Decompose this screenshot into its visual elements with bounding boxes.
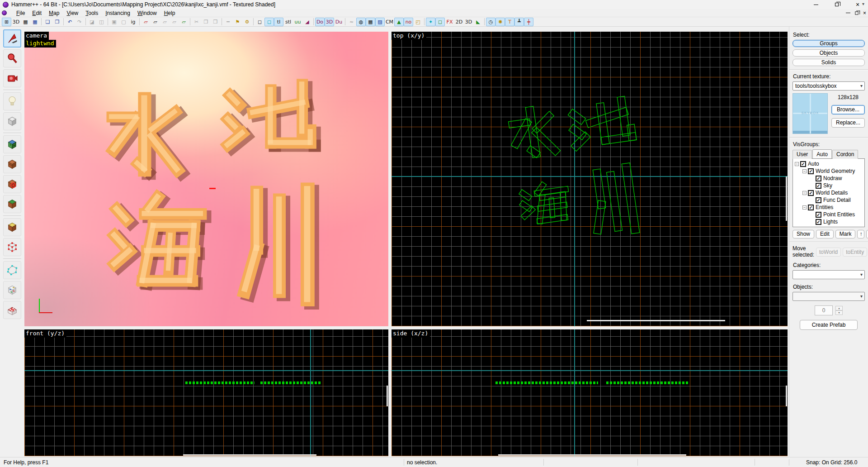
prefab-count-field[interactable]: 0 bbox=[815, 305, 833, 315]
front-hscroll-indicator[interactable] bbox=[183, 454, 316, 456]
visgroups-mark-button[interactable]: Mark bbox=[835, 230, 856, 238]
plumb-bob-button[interactable]: ┻ bbox=[514, 18, 524, 26]
select-groups-button[interactable]: Groups bbox=[793, 40, 865, 47]
cm-toggle-button[interactable]: CM bbox=[385, 18, 394, 26]
to-entity-button[interactable]: toEntity bbox=[843, 248, 867, 257]
grid-toggle-button[interactable]: ⊞ bbox=[2, 18, 11, 26]
texture-dropdown[interactable]: tools/toolsskybox ▾ bbox=[793, 81, 865, 91]
browse-button[interactable]: Browse... bbox=[831, 105, 865, 114]
text-labels-button[interactable]: T bbox=[505, 18, 514, 26]
restore-button[interactable] bbox=[826, 0, 847, 9]
apply-decals-tool-button[interactable] bbox=[3, 175, 21, 193]
top-vscroll-indicator[interactable] bbox=[786, 176, 787, 221]
translucency-toggle-button[interactable]: ◣ bbox=[473, 18, 483, 26]
undo-button[interactable]: ↶ bbox=[65, 18, 75, 26]
light-preview-button[interactable]: ✺ bbox=[495, 18, 505, 26]
run-map-button[interactable]: ⚙ bbox=[242, 18, 252, 26]
menu-file[interactable]: File bbox=[13, 10, 28, 17]
menu-window[interactable]: Window bbox=[134, 10, 160, 17]
carve-button[interactable]: ◪ bbox=[87, 18, 97, 26]
make-hollow-button[interactable]: ◫ bbox=[97, 18, 106, 26]
top-hscroll-indicator[interactable] bbox=[587, 320, 725, 321]
model-render-button[interactable]: ▲ bbox=[394, 18, 404, 26]
visgroup-checkbox[interactable]: ✓ bbox=[816, 197, 821, 203]
visgroups-tab-auto[interactable]: Auto bbox=[812, 149, 832, 158]
tree-collapse-icon[interactable]: − bbox=[802, 191, 807, 195]
visgroup-checkbox[interactable]: ✓ bbox=[808, 190, 814, 196]
nodraw-toggle-button[interactable]: no bbox=[404, 18, 413, 26]
visgroups-move-up-button[interactable]: ↑ bbox=[857, 230, 864, 238]
mdi-minimize-icon[interactable] bbox=[846, 13, 850, 13]
grid-nav-button[interactable]: ▦ bbox=[366, 18, 375, 26]
visgroup-checkbox[interactable]: ✓ bbox=[808, 205, 814, 210]
frame-timer-button[interactable]: ◷ bbox=[486, 18, 495, 26]
visgroup-row[interactable]: ✓Sky bbox=[794, 182, 863, 189]
scale-texture-lock-button[interactable]: stl bbox=[283, 18, 293, 26]
mdi-restore-icon[interactable] bbox=[855, 11, 858, 14]
display-u-button[interactable]: Du bbox=[334, 18, 344, 26]
tree-collapse-icon[interactable]: − bbox=[795, 162, 799, 166]
menu-edit[interactable]: Edit bbox=[29, 10, 45, 17]
block-tool-button[interactable] bbox=[3, 112, 21, 130]
front-vscroll-indicator[interactable] bbox=[387, 386, 388, 406]
visgroups-move-down-button[interactable]: ↓ bbox=[866, 230, 868, 238]
cordon-state-a-button[interactable]: ▱ bbox=[160, 18, 170, 26]
front-viewport[interactable]: front (y/z) bbox=[24, 329, 388, 456]
copy-button[interactable]: ❐ bbox=[201, 18, 211, 26]
side-hscroll-indicator[interactable] bbox=[498, 454, 686, 456]
cordon-edit-button[interactable]: ▱ bbox=[141, 18, 151, 26]
visgroups-show-button[interactable]: Show bbox=[793, 230, 814, 238]
sprite-toggle-button[interactable]: ▨ bbox=[375, 18, 385, 26]
instance-tool-button[interactable] bbox=[3, 281, 21, 299]
side-vscroll-indicator[interactable] bbox=[786, 386, 787, 406]
points-2d-button[interactable]: 2D bbox=[454, 18, 464, 26]
tree-collapse-icon[interactable]: − bbox=[802, 169, 807, 173]
zoom-to-selection-button[interactable]: ◻ bbox=[264, 18, 274, 26]
visgroup-row[interactable]: −✓World Details bbox=[794, 189, 863, 196]
minimize-button[interactable] bbox=[806, 0, 826, 9]
toolbar-overflow-icon[interactable]: ▾ bbox=[862, 1, 864, 6]
selection-tool-button[interactable] bbox=[3, 29, 21, 48]
menu-instancing[interactable]: Instancing bbox=[102, 10, 133, 17]
grid-larger-button[interactable]: ▦ bbox=[30, 18, 40, 26]
visgroup-row[interactable]: ✓Func Detail bbox=[794, 196, 863, 204]
menu-view[interactable]: View bbox=[63, 10, 81, 17]
fade-preview-button[interactable]: ≈ bbox=[347, 18, 356, 26]
paste-button[interactable]: ❒ bbox=[211, 18, 220, 26]
hide-selected-button[interactable]: ━ bbox=[223, 18, 233, 26]
points-3d-button[interactable]: 3D bbox=[464, 18, 473, 26]
select-solids-button[interactable]: Solids bbox=[793, 59, 865, 66]
visgroup-checkbox[interactable]: ✓ bbox=[816, 219, 821, 225]
check-problems-button[interactable]: ⚑ bbox=[233, 18, 242, 26]
redo-button[interactable]: ↷ bbox=[75, 18, 84, 26]
group-button[interactable]: ▣ bbox=[109, 18, 119, 26]
mdi-close-icon[interactable]: × bbox=[863, 10, 866, 16]
replace-button[interactable]: Replace... bbox=[831, 118, 865, 128]
texture-preview[interactable]: SKYBOX bbox=[793, 93, 828, 134]
ungroup-button[interactable]: ▢ bbox=[119, 18, 128, 26]
camera-tool-button[interactable] bbox=[3, 69, 21, 87]
visgroups-tree[interactable]: −✓Auto−✓World Geometry✓Nodraw✓Sky−✓World… bbox=[793, 158, 865, 227]
menu-map[interactable]: Map bbox=[46, 10, 62, 17]
tree-collapse-icon[interactable]: − bbox=[802, 205, 807, 210]
bounds-toggle-button[interactable]: ◻ bbox=[435, 18, 445, 26]
select-mode-button[interactable]: ◻ bbox=[255, 18, 264, 26]
visgroup-checkbox[interactable]: ✓ bbox=[816, 176, 821, 181]
spinner-up-icon[interactable]: ▴ bbox=[835, 306, 843, 310]
save-window-state-button[interactable]: ❐ bbox=[52, 18, 62, 26]
visgroup-row[interactable]: ✓Nodraw bbox=[794, 175, 863, 182]
load-window-state-button[interactable]: ❏ bbox=[43, 18, 52, 26]
menu-tools[interactable]: Tools bbox=[82, 10, 101, 17]
visgroup-row[interactable]: −✓Entities bbox=[794, 204, 863, 211]
cordon-toggle-button[interactable]: ▱ bbox=[151, 18, 160, 26]
texture-lock-button[interactable]: tl bbox=[274, 18, 283, 26]
final-compile-toggle-button[interactable]: ╪ bbox=[524, 18, 533, 26]
visgroup-checkbox[interactable]: ✓ bbox=[816, 212, 821, 218]
displacement-tool-button[interactable] bbox=[3, 301, 21, 319]
ignore-groups-button[interactable]: ig bbox=[128, 18, 138, 26]
visgroup-row[interactable]: −✓World Geometry bbox=[794, 167, 863, 175]
helpers-toggle-button[interactable]: ◍ bbox=[356, 18, 366, 26]
cut-button[interactable]: ✂ bbox=[192, 18, 201, 26]
texture-application-tool-button[interactable] bbox=[3, 135, 21, 153]
categories-dropdown[interactable]: ▾ bbox=[793, 270, 865, 279]
